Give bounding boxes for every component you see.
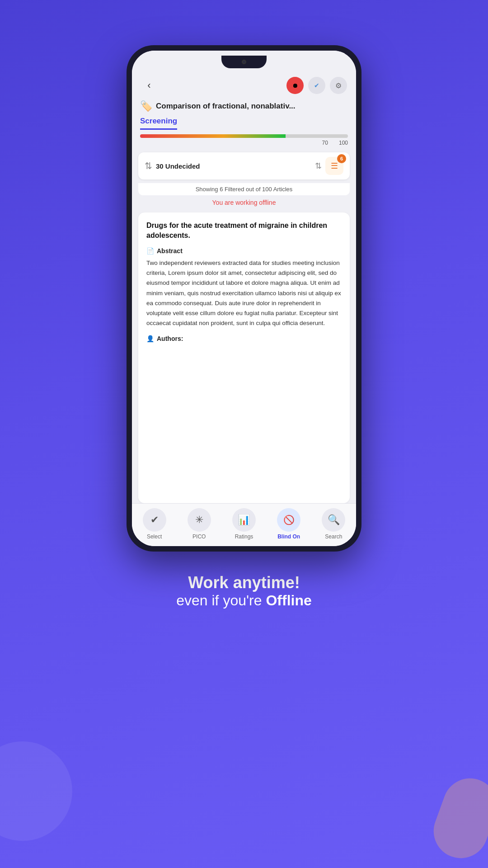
article-main-title: Drugs for the acute treatment of migrain… [146, 221, 342, 241]
verify-icon: ✔ [314, 82, 319, 89]
filter-bar: ⇅ 30 Undecided ⇅ ☰ 6 [138, 152, 350, 179]
record-button[interactable]: ⏺ [286, 77, 304, 94]
filter-right: ⇅ ☰ 6 [315, 157, 343, 175]
authors-header: 👤 Authors: [146, 335, 342, 342]
progress-value: 70 [322, 140, 328, 146]
select-label: Select [147, 533, 162, 540]
undecided-label: 30 Undecided [156, 162, 200, 170]
ratings-label: Ratings [235, 533, 253, 540]
title-icon: 🏷️ [140, 100, 152, 112]
promo-prefix: even if you're [176, 592, 266, 609]
promotional-section: Work anytime! even if you're Offline [176, 573, 312, 609]
nav-item-blind-on[interactable]: 🚫 Blind On [273, 508, 305, 540]
settings-button[interactable]: ⚙ [330, 77, 347, 94]
select-icon: ✔ [150, 514, 159, 526]
filter-icon: ☰ [331, 161, 338, 171]
offline-warning: You are working offline [132, 195, 356, 210]
search-icon-circle: 🔍 [322, 508, 345, 532]
verify-button[interactable]: ✔ [308, 77, 325, 94]
filter-button[interactable]: ☰ 6 [325, 157, 343, 175]
title-row: 🏷️ Comparison of fractional, nonablativ.… [132, 98, 356, 117]
filter-left: ⇅ 30 Undecided [145, 160, 200, 171]
abstract-label: Abstract [157, 247, 183, 255]
nav-item-select[interactable]: ✔ Select [139, 508, 170, 540]
sort-icon[interactable]: ⇅ [315, 161, 322, 171]
progress-bar-section: 70 100 [132, 130, 356, 149]
abstract-header: 📄 Abstract [146, 247, 342, 255]
phone-mockup: ‹ ⏺ ✔ ⚙ 🏷️ Comparison of fractional, non… [127, 45, 361, 552]
progress-max: 100 [339, 140, 348, 146]
blind-on-icon: 🚫 [283, 514, 295, 525]
blind-on-icon-circle: 🚫 [277, 508, 300, 532]
back-button[interactable]: ‹ [141, 77, 157, 94]
search-label: Search [325, 533, 342, 540]
authors-icon: 👤 [146, 335, 154, 342]
promo-line1: Work anytime! [176, 573, 312, 592]
abstract-icon: 📄 [146, 247, 154, 255]
top-bar: ‹ ⏺ ✔ ⚙ [132, 73, 356, 98]
bottom-nav: ✔ Select ✳ PICO 📊 Ratings 🚫 Bli [132, 503, 356, 546]
abstract-text: Two independent reviewers extracted data… [146, 258, 342, 329]
top-icons: ⏺ ✔ ⚙ [286, 77, 347, 94]
article-title-header: Comparison of fractional, nonablativ... [156, 102, 296, 111]
nav-item-search[interactable]: 🔍 Search [318, 508, 349, 540]
filter-badge: 6 [337, 154, 346, 163]
notch [221, 56, 267, 68]
pico-icon-circle: ✳ [188, 508, 211, 532]
ratings-icon-circle: 📊 [232, 508, 256, 532]
promo-offline: Offline [266, 592, 311, 609]
search-icon: 🔍 [328, 514, 340, 526]
pico-label: PICO [192, 533, 206, 540]
ratings-icon: 📊 [238, 514, 250, 526]
info-bar: Showing 6 Filtered out of 100 Articles [138, 183, 350, 195]
screening-tab[interactable]: Screening [140, 117, 177, 130]
progress-labels: 70 100 [140, 140, 348, 146]
article-card: Drugs for the acute treatment of migrain… [138, 212, 350, 503]
blind-on-label: Blind On [277, 533, 300, 540]
record-icon: ⏺ [292, 82, 298, 89]
progress-track [140, 134, 348, 138]
select-icon-circle: ✔ [143, 508, 166, 532]
notch-bar [132, 51, 356, 73]
phone-screen: ‹ ⏺ ✔ ⚙ 🏷️ Comparison of fractional, non… [132, 51, 356, 546]
undecided-sort-icon: ⇅ [145, 160, 152, 171]
authors-label: Authors: [157, 335, 183, 342]
nav-item-pico[interactable]: ✳ PICO [183, 508, 215, 540]
screening-section: Screening [132, 117, 356, 130]
pico-icon: ✳ [195, 514, 203, 526]
settings-icon: ⚙ [335, 81, 342, 90]
camera-dot [242, 60, 246, 64]
promo-line2: even if you're Offline [176, 592, 312, 609]
nav-item-ratings[interactable]: 📊 Ratings [228, 508, 260, 540]
